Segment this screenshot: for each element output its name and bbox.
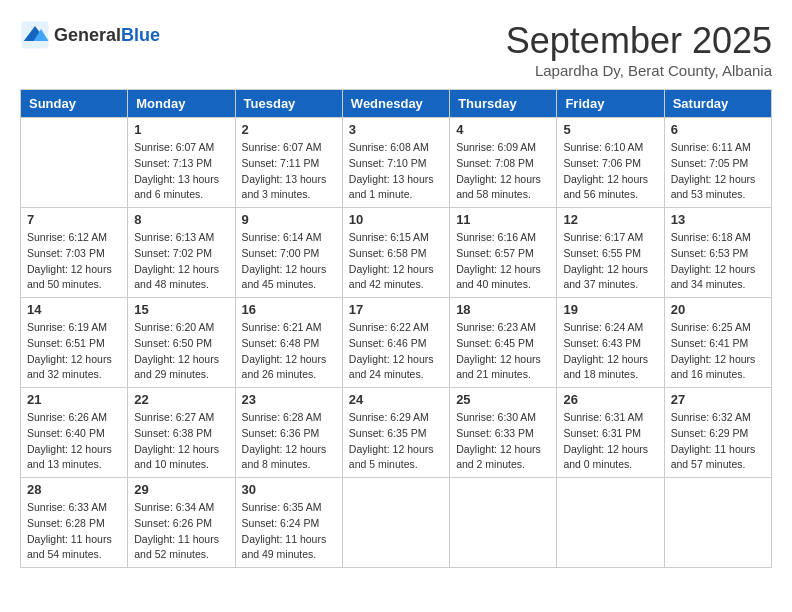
day-header-monday: Monday (128, 90, 235, 118)
day-number: 28 (27, 482, 121, 497)
location-subtitle: Lapardha Dy, Berat County, Albania (506, 62, 772, 79)
day-number: 10 (349, 212, 443, 227)
day-number: 18 (456, 302, 550, 317)
calendar-cell: 8Sunrise: 6:13 AMSunset: 7:02 PMDaylight… (128, 208, 235, 298)
calendar-cell: 27Sunrise: 6:32 AMSunset: 6:29 PMDayligh… (664, 388, 771, 478)
month-title: September 2025 (506, 20, 772, 62)
calendar-week-row: 7Sunrise: 6:12 AMSunset: 7:03 PMDaylight… (21, 208, 772, 298)
logo: GeneralBlue (20, 20, 160, 50)
day-info: Sunrise: 6:13 AMSunset: 7:02 PMDaylight:… (134, 230, 228, 293)
day-info: Sunrise: 6:09 AMSunset: 7:08 PMDaylight:… (456, 140, 550, 203)
calendar-cell: 26Sunrise: 6:31 AMSunset: 6:31 PMDayligh… (557, 388, 664, 478)
day-info: Sunrise: 6:32 AMSunset: 6:29 PMDaylight:… (671, 410, 765, 473)
calendar-cell: 24Sunrise: 6:29 AMSunset: 6:35 PMDayligh… (342, 388, 449, 478)
day-info: Sunrise: 6:21 AMSunset: 6:48 PMDaylight:… (242, 320, 336, 383)
day-info: Sunrise: 6:27 AMSunset: 6:38 PMDaylight:… (134, 410, 228, 473)
day-header-saturday: Saturday (664, 90, 771, 118)
day-header-tuesday: Tuesday (235, 90, 342, 118)
day-number: 25 (456, 392, 550, 407)
day-number: 8 (134, 212, 228, 227)
calendar-cell: 10Sunrise: 6:15 AMSunset: 6:58 PMDayligh… (342, 208, 449, 298)
calendar-cell: 22Sunrise: 6:27 AMSunset: 6:38 PMDayligh… (128, 388, 235, 478)
logo-text-blue: Blue (121, 25, 160, 45)
day-number: 4 (456, 122, 550, 137)
day-number: 27 (671, 392, 765, 407)
calendar-cell: 12Sunrise: 6:17 AMSunset: 6:55 PMDayligh… (557, 208, 664, 298)
day-number: 23 (242, 392, 336, 407)
day-info: Sunrise: 6:34 AMSunset: 6:26 PMDaylight:… (134, 500, 228, 563)
calendar-cell (557, 478, 664, 568)
day-info: Sunrise: 6:23 AMSunset: 6:45 PMDaylight:… (456, 320, 550, 383)
day-number: 7 (27, 212, 121, 227)
logo-icon (20, 20, 50, 50)
day-header-sunday: Sunday (21, 90, 128, 118)
day-info: Sunrise: 6:17 AMSunset: 6:55 PMDaylight:… (563, 230, 657, 293)
calendar-cell: 19Sunrise: 6:24 AMSunset: 6:43 PMDayligh… (557, 298, 664, 388)
day-info: Sunrise: 6:07 AMSunset: 7:13 PMDaylight:… (134, 140, 228, 203)
day-info: Sunrise: 6:16 AMSunset: 6:57 PMDaylight:… (456, 230, 550, 293)
calendar-cell: 20Sunrise: 6:25 AMSunset: 6:41 PMDayligh… (664, 298, 771, 388)
calendar-week-row: 14Sunrise: 6:19 AMSunset: 6:51 PMDayligh… (21, 298, 772, 388)
calendar-cell: 3Sunrise: 6:08 AMSunset: 7:10 PMDaylight… (342, 118, 449, 208)
calendar-cell: 5Sunrise: 6:10 AMSunset: 7:06 PMDaylight… (557, 118, 664, 208)
day-info: Sunrise: 6:07 AMSunset: 7:11 PMDaylight:… (242, 140, 336, 203)
day-number: 30 (242, 482, 336, 497)
day-number: 22 (134, 392, 228, 407)
day-info: Sunrise: 6:14 AMSunset: 7:00 PMDaylight:… (242, 230, 336, 293)
calendar-cell: 30Sunrise: 6:35 AMSunset: 6:24 PMDayligh… (235, 478, 342, 568)
day-info: Sunrise: 6:08 AMSunset: 7:10 PMDaylight:… (349, 140, 443, 203)
day-info: Sunrise: 6:12 AMSunset: 7:03 PMDaylight:… (27, 230, 121, 293)
day-info: Sunrise: 6:24 AMSunset: 6:43 PMDaylight:… (563, 320, 657, 383)
day-number: 5 (563, 122, 657, 137)
day-number: 9 (242, 212, 336, 227)
day-header-wednesday: Wednesday (342, 90, 449, 118)
calendar-cell: 14Sunrise: 6:19 AMSunset: 6:51 PMDayligh… (21, 298, 128, 388)
calendar-week-row: 1Sunrise: 6:07 AMSunset: 7:13 PMDaylight… (21, 118, 772, 208)
calendar-cell: 23Sunrise: 6:28 AMSunset: 6:36 PMDayligh… (235, 388, 342, 478)
calendar-cell: 4Sunrise: 6:09 AMSunset: 7:08 PMDaylight… (450, 118, 557, 208)
day-header-friday: Friday (557, 90, 664, 118)
calendar-cell: 21Sunrise: 6:26 AMSunset: 6:40 PMDayligh… (21, 388, 128, 478)
calendar-cell: 16Sunrise: 6:21 AMSunset: 6:48 PMDayligh… (235, 298, 342, 388)
day-info: Sunrise: 6:22 AMSunset: 6:46 PMDaylight:… (349, 320, 443, 383)
calendar-cell: 17Sunrise: 6:22 AMSunset: 6:46 PMDayligh… (342, 298, 449, 388)
calendar-cell (664, 478, 771, 568)
logo-text-general: General (54, 25, 121, 45)
page-header: GeneralBlue September 2025 Lapardha Dy, … (20, 20, 772, 79)
day-number: 26 (563, 392, 657, 407)
day-header-thursday: Thursday (450, 90, 557, 118)
day-info: Sunrise: 6:25 AMSunset: 6:41 PMDaylight:… (671, 320, 765, 383)
calendar-cell: 25Sunrise: 6:30 AMSunset: 6:33 PMDayligh… (450, 388, 557, 478)
day-number: 13 (671, 212, 765, 227)
day-info: Sunrise: 6:28 AMSunset: 6:36 PMDaylight:… (242, 410, 336, 473)
day-number: 11 (456, 212, 550, 227)
day-info: Sunrise: 6:15 AMSunset: 6:58 PMDaylight:… (349, 230, 443, 293)
day-info: Sunrise: 6:26 AMSunset: 6:40 PMDaylight:… (27, 410, 121, 473)
day-number: 6 (671, 122, 765, 137)
calendar-cell (342, 478, 449, 568)
day-info: Sunrise: 6:18 AMSunset: 6:53 PMDaylight:… (671, 230, 765, 293)
day-number: 24 (349, 392, 443, 407)
day-number: 21 (27, 392, 121, 407)
day-number: 20 (671, 302, 765, 317)
calendar-cell: 29Sunrise: 6:34 AMSunset: 6:26 PMDayligh… (128, 478, 235, 568)
day-info: Sunrise: 6:11 AMSunset: 7:05 PMDaylight:… (671, 140, 765, 203)
title-block: September 2025 Lapardha Dy, Berat County… (506, 20, 772, 79)
day-number: 1 (134, 122, 228, 137)
calendar-week-row: 21Sunrise: 6:26 AMSunset: 6:40 PMDayligh… (21, 388, 772, 478)
day-number: 17 (349, 302, 443, 317)
day-number: 3 (349, 122, 443, 137)
calendar-cell: 9Sunrise: 6:14 AMSunset: 7:00 PMDaylight… (235, 208, 342, 298)
calendar-cell: 15Sunrise: 6:20 AMSunset: 6:50 PMDayligh… (128, 298, 235, 388)
calendar-cell (450, 478, 557, 568)
calendar-cell: 6Sunrise: 6:11 AMSunset: 7:05 PMDaylight… (664, 118, 771, 208)
calendar-cell: 28Sunrise: 6:33 AMSunset: 6:28 PMDayligh… (21, 478, 128, 568)
calendar-cell (21, 118, 128, 208)
calendar-cell: 2Sunrise: 6:07 AMSunset: 7:11 PMDaylight… (235, 118, 342, 208)
day-info: Sunrise: 6:30 AMSunset: 6:33 PMDaylight:… (456, 410, 550, 473)
day-info: Sunrise: 6:29 AMSunset: 6:35 PMDaylight:… (349, 410, 443, 473)
day-info: Sunrise: 6:20 AMSunset: 6:50 PMDaylight:… (134, 320, 228, 383)
day-number: 12 (563, 212, 657, 227)
calendar-cell: 13Sunrise: 6:18 AMSunset: 6:53 PMDayligh… (664, 208, 771, 298)
calendar-cell: 7Sunrise: 6:12 AMSunset: 7:03 PMDaylight… (21, 208, 128, 298)
